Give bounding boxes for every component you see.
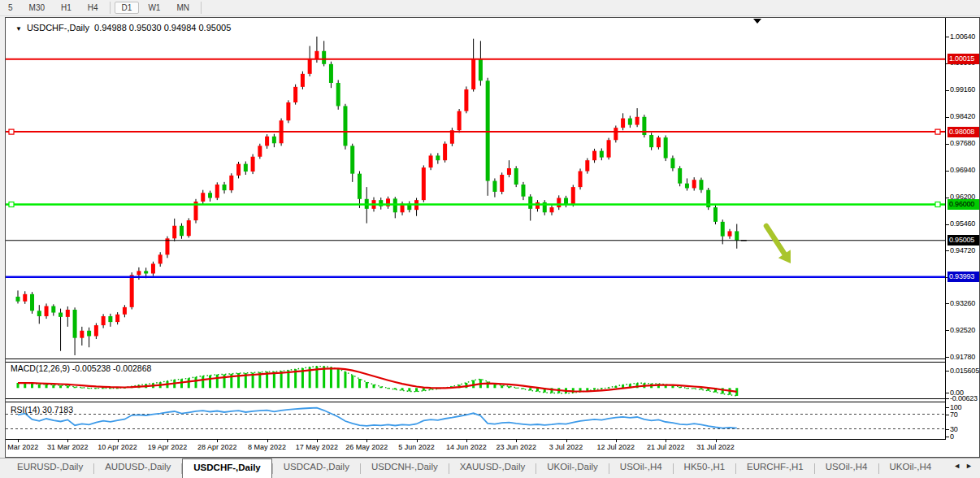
mt4-window: 5M30H1H4D1W1MN ▼USDCHF-,Daily 0.94988 0.… xyxy=(0,0,980,478)
candle-body xyxy=(358,174,362,199)
macd-histogram-bar xyxy=(401,388,404,390)
drawn-arrow-shaft[interactable] xyxy=(766,226,784,254)
macd-histogram-bar xyxy=(202,376,204,388)
tab-usdcad-daily[interactable]: USDCAD-,Daily xyxy=(273,458,360,478)
price-badge-0.93993: 0.93993 xyxy=(947,272,980,282)
price-tick-label: 0.98420 xyxy=(950,112,975,120)
price-chart[interactable] xyxy=(6,18,946,441)
candle-body xyxy=(514,168,518,185)
candle-body xyxy=(621,119,625,128)
candle-body xyxy=(614,128,618,140)
macd-histogram-bar xyxy=(330,367,332,389)
date-tick xyxy=(366,440,367,442)
candle-body xyxy=(172,226,176,239)
macd-histogram-bar xyxy=(337,369,340,389)
hline-anchor[interactable] xyxy=(935,129,940,134)
hline-anchor[interactable] xyxy=(935,202,940,206)
candle-body xyxy=(144,271,148,273)
tab-scroll-left-icon[interactable]: ◄ xyxy=(953,462,965,470)
candle-body xyxy=(486,80,490,180)
candle-body xyxy=(94,325,98,336)
candle-body xyxy=(492,181,497,192)
rsi-tick xyxy=(946,429,949,430)
candle-body xyxy=(272,137,276,143)
tab-usoil-h4[interactable]: USOil-,H4 xyxy=(815,458,878,478)
timeframe-button-d1[interactable]: D1 xyxy=(115,2,140,14)
rsi-tick-label: 0 xyxy=(950,432,954,441)
candle-body xyxy=(137,271,141,275)
toolbar-separator xyxy=(201,2,202,14)
macd-tick xyxy=(946,398,949,399)
timeframe-button-w1[interactable]: W1 xyxy=(141,2,167,14)
candle-body xyxy=(80,331,84,338)
chart-dropdown-icon[interactable]: ▼ xyxy=(15,25,22,33)
candle-body xyxy=(293,87,297,102)
date-tick-label: 8 May 2022 xyxy=(239,443,296,451)
candle-body xyxy=(607,140,611,157)
tab-scroll-arrows[interactable]: ◄► xyxy=(953,462,978,470)
candle-body xyxy=(265,137,269,146)
candle-body xyxy=(115,315,119,322)
candle-body xyxy=(585,160,589,171)
hline-anchor[interactable] xyxy=(9,202,14,206)
tab-audusd-daily[interactable]: AUDUSD-,Daily xyxy=(94,458,181,478)
date-tick xyxy=(217,440,218,442)
macd-histogram-bar xyxy=(415,388,418,392)
price-tick xyxy=(946,330,949,331)
macd-histogram-bar xyxy=(423,388,425,390)
date-tick-label: 10 Apr 2022 xyxy=(89,443,146,451)
date-tick-label: 31 Jul 2022 xyxy=(687,443,744,451)
tab-ukoil-daily[interactable]: UKOil-,Daily xyxy=(536,458,609,478)
tab-usdchf-daily[interactable]: USDCHF-,Daily xyxy=(182,458,271,478)
date-tick xyxy=(267,440,268,442)
timeframe-button-h4[interactable]: H4 xyxy=(80,2,106,14)
candle-body xyxy=(45,306,49,316)
rsi-line xyxy=(18,408,737,428)
rsi-tick xyxy=(946,415,949,415)
price-tick-label: 0.95460 xyxy=(950,219,975,228)
tab-ukoil-h4[interactable]: UKOil-,H4 xyxy=(879,458,943,478)
macd-histogram-bar xyxy=(195,377,197,389)
price-tick-label: 0.94720 xyxy=(950,246,975,254)
macd-histogram-bar xyxy=(67,385,69,388)
date-tick xyxy=(18,440,19,442)
timeframe-button-5[interactable]: 5 xyxy=(1,2,20,14)
date-tick-label: 26 May 2022 xyxy=(338,443,395,451)
candle-body xyxy=(600,151,604,158)
macd-tick-label: 0.015605 xyxy=(950,367,979,375)
candle-body xyxy=(436,155,440,160)
tab-eurchf-h1[interactable]: EURCHF-,H1 xyxy=(736,458,814,478)
candle-body xyxy=(471,59,475,89)
date-tick xyxy=(67,440,68,442)
date-axis: 22 Mar 202231 Mar 202210 Apr 202219 Apr … xyxy=(6,440,946,455)
price-tick-label: 0.93260 xyxy=(950,299,975,307)
hline-anchor[interactable] xyxy=(9,129,14,134)
tab-usdcnh-daily[interactable]: USDCNH-,Daily xyxy=(361,458,449,478)
candle-body xyxy=(735,231,739,241)
date-tick xyxy=(167,440,168,442)
symbol-tab-bar: EURUSD-,DailyAUDUSD-,DailyUSDCHF-,DailyU… xyxy=(0,458,980,478)
date-tick xyxy=(317,440,318,442)
macd-histogram-bar xyxy=(80,388,83,389)
tab-eurusd-daily[interactable]: EURUSD-,Daily xyxy=(7,458,93,478)
timeframe-button-m30[interactable]: M30 xyxy=(22,2,52,14)
tab-xauusd-daily[interactable]: XAUUSD-,Daily xyxy=(449,458,536,478)
price-tick-label: 0.99160 xyxy=(950,85,975,93)
tab-usoil-h4[interactable]: USOil-,H4 xyxy=(609,458,673,478)
price-badge-0.98008: 0.98008 xyxy=(947,127,980,137)
macd-indicator-label: MACD(12,26,9) -0.005238 -0.002868 xyxy=(11,363,151,373)
candle-body xyxy=(244,164,248,172)
candle-body xyxy=(571,187,575,204)
candle-body xyxy=(528,197,532,209)
timeframe-button-mn[interactable]: MN xyxy=(169,2,197,14)
candle-body xyxy=(73,310,77,338)
macd-histogram-bar xyxy=(522,388,524,389)
candle-body xyxy=(457,111,462,131)
chart-ohlc-values: 0.94988 0.95030 0.94984 0.95005 xyxy=(94,23,231,33)
timeframe-button-h1[interactable]: H1 xyxy=(54,2,79,14)
tab-hk50-h1[interactable]: HK50-,H1 xyxy=(674,458,736,478)
tab-scroll-right-icon[interactable]: ► xyxy=(965,462,978,470)
candle-body xyxy=(507,168,511,175)
macd-histogram-bar xyxy=(358,379,361,388)
candle-body xyxy=(635,117,640,125)
